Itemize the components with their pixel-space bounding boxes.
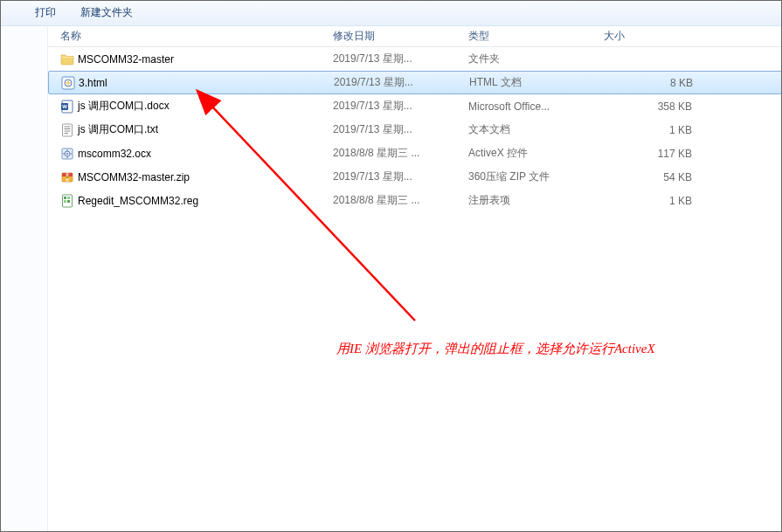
svg-point-11 [66, 153, 68, 155]
file-name: Regedit_MSCOMM32.reg [78, 195, 198, 207]
file-date: 2019/7/13 星期... [328, 118, 463, 142]
file-name: mscomm32.ocx [78, 148, 151, 160]
print-button[interactable]: 打印 [35, 5, 56, 20]
docx-icon: W [60, 100, 74, 114]
file-type: Microsoft Office... [463, 94, 599, 118]
file-list: MSCOMM32-master2019/7/13 星期...文件夹3.html2… [48, 47, 782, 212]
file-date: 2019/7/13 星期... [328, 47, 463, 71]
txt-icon [60, 123, 74, 137]
file-type: HTML 文档 [464, 72, 599, 93]
file-row[interactable]: Wjs 调用COM口.docx2019/7/13 星期...Microsoft … [48, 94, 782, 118]
file-name: js 调用COM口.txt [78, 122, 158, 137]
column-header-name[interactable]: 名称 [48, 26, 328, 46]
svg-rect-19 [64, 200, 66, 203]
column-header-date[interactable]: 修改日期 [328, 26, 463, 46]
file-name: js 调用COM口.docx [78, 99, 170, 114]
zip-icon [60, 170, 74, 184]
file-row[interactable]: js 调用COM口.txt2019/7/13 星期...文本文档1 KB [48, 118, 782, 142]
file-type: 360压缩 ZIP 文件 [463, 165, 599, 189]
svg-rect-20 [67, 200, 70, 203]
html-icon [61, 76, 75, 90]
main-area: 名称 修改日期 类型 大小 MSCOMM32-master2019/7/13 星… [0, 26, 782, 532]
reg-icon [60, 194, 74, 208]
file-name: MSCOMM32-master [78, 53, 174, 66]
file-size: 1 KB [599, 118, 712, 142]
svg-text:W: W [62, 104, 67, 109]
file-date: 2019/7/13 星期... [329, 72, 464, 93]
new-folder-button[interactable]: 新建文件夹 [80, 5, 133, 20]
file-size: 117 KB [599, 142, 712, 165]
toolbar: 打印 新建文件夹 [0, 0, 782, 26]
file-name: MSCOMM32-master.zip [78, 171, 190, 183]
file-content-area: 名称 修改日期 类型 大小 MSCOMM32-master2019/7/13 星… [48, 26, 782, 532]
file-size [599, 47, 712, 71]
navigation-pane[interactable] [0, 26, 48, 532]
file-name: 3.html [79, 77, 107, 89]
svg-rect-17 [64, 197, 66, 199]
column-header-size[interactable]: 大小 [599, 26, 712, 46]
file-date: 2019/7/13 星期... [328, 165, 463, 189]
folder-icon [60, 52, 74, 66]
annotation-text: 用IE 浏览器打开，弹出的阻止框，选择允许运行ActiveX [336, 341, 655, 357]
file-row[interactable]: MSCOMM32-master2019/7/13 星期...文件夹 [48, 47, 782, 71]
file-row[interactable]: 3.html2019/7/13 星期...HTML 文档8 KB [48, 71, 782, 94]
file-type: ActiveX 控件 [463, 142, 599, 165]
file-date: 2019/7/13 星期... [328, 94, 463, 118]
file-size: 54 KB [599, 165, 712, 189]
svg-rect-4 [63, 124, 73, 136]
file-type: 注册表项 [463, 189, 599, 212]
svg-rect-15 [66, 176, 69, 178]
file-size: 1 KB [599, 189, 712, 212]
ocx-icon [60, 147, 74, 161]
file-row[interactable]: mscomm32.ocx2018/8/8 星期三 ...ActiveX 控件11… [48, 142, 782, 165]
file-size: 358 KB [599, 94, 712, 118]
file-row[interactable]: Regedit_MSCOMM32.reg2018/8/8 星期三 ...注册表项… [48, 189, 782, 212]
file-size: 8 KB [599, 72, 713, 93]
file-date: 2018/8/8 星期三 ... [328, 189, 463, 212]
svg-rect-18 [67, 197, 70, 199]
file-date: 2018/8/8 星期三 ... [328, 142, 463, 165]
column-header-row: 名称 修改日期 类型 大小 [48, 26, 782, 47]
file-row[interactable]: MSCOMM32-master.zip2019/7/13 星期...360压缩 … [48, 165, 782, 189]
file-type: 文件夹 [463, 47, 599, 71]
file-type: 文本文档 [463, 118, 599, 142]
column-header-type[interactable]: 类型 [463, 26, 599, 46]
